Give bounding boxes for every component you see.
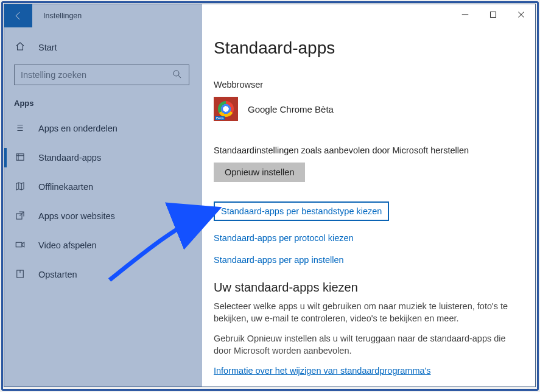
startup-icon — [14, 268, 26, 281]
link-choose-by-filetype[interactable]: Standaard-apps per bestandstype kiezen — [221, 206, 382, 216]
minimize-icon — [460, 9, 471, 20]
search-container — [4, 60, 199, 95]
link-choose-by-protocol[interactable]: Standaard-apps per protocol kiezen — [214, 233, 521, 243]
help-more-link[interactable]: Informatie over het wijzigen van standaa… — [214, 366, 431, 376]
minimize-button[interactable] — [451, 4, 479, 25]
sidebar-home-label: Start — [38, 43, 57, 52]
search-icon — [172, 69, 183, 82]
arrow-left-icon — [13, 10, 24, 21]
sidebar-item-label: Video afspelen — [38, 240, 97, 250]
help-paragraph-1: Selecteer welke apps u wilt gebruiken om… — [214, 301, 521, 324]
sidebar-item-apps-features[interactable]: Apps en onderdelen — [4, 114, 199, 143]
webbrowser-label: Webbrowser — [214, 80, 521, 89]
list-icon — [14, 122, 26, 135]
maximize-button[interactable] — [479, 4, 507, 25]
default-browser-button[interactable]: Beta Google Chrome Bèta — [214, 97, 521, 121]
chrome-beta-icon: Beta — [214, 97, 238, 121]
sidebar-home[interactable]: Start — [4, 35, 199, 60]
help-paragraph-2: Gebruik Opnieuw instellen als u wilt ter… — [214, 333, 521, 357]
reset-description: Standaardinstellingen zoals aanbevolen d… — [214, 145, 521, 155]
back-button[interactable] — [4, 4, 32, 27]
window-controls — [451, 4, 535, 25]
titlebar: Instellingen — [4, 4, 535, 27]
sidebar-item-startup[interactable]: Opstarten — [4, 260, 199, 289]
sidebar: Start Apps Apps en onderdelen — [4, 27, 199, 387]
svg-rect-4 — [16, 242, 22, 247]
sidebar-item-video-playback[interactable]: Video afspelen — [4, 231, 199, 260]
link-set-by-app[interactable]: Standaard-apps per app instellen — [214, 255, 521, 265]
svg-rect-0 — [491, 12, 496, 18]
sidebar-item-offline-maps[interactable]: Offlinekaarten — [4, 172, 199, 201]
sidebar-item-apps-websites[interactable]: Apps voor websites — [4, 201, 199, 231]
video-icon — [14, 239, 26, 252]
reset-button[interactable]: Opnieuw instellen — [214, 163, 305, 182]
sidebar-item-label: Opstarten — [38, 270, 77, 279]
window-body: Start Apps Apps en onderdelen — [4, 27, 535, 387]
maximize-icon — [488, 9, 499, 20]
search-input-wrap[interactable] — [14, 65, 189, 85]
defaults-icon — [14, 152, 26, 164]
sidebar-item-label: Offlinekaarten — [38, 182, 93, 192]
svg-rect-2 — [16, 153, 24, 160]
sidebar-item-label: Standaard-apps — [38, 153, 101, 163]
close-button[interactable] — [507, 4, 535, 25]
help-title: Uw standaard-apps kiezen — [214, 281, 521, 295]
sidebar-item-label: Apps voor websites — [38, 211, 115, 221]
svg-point-1 — [174, 71, 179, 76]
sidebar-section-header: Apps — [4, 95, 199, 114]
settings-window: Instellingen Start — [4, 4, 536, 387]
close-icon — [516, 9, 527, 20]
sidebar-item-default-apps[interactable]: Standaard-apps — [4, 143, 199, 172]
search-input[interactable] — [21, 70, 172, 80]
share-icon — [14, 210, 26, 223]
page-title: Standaard-apps — [214, 38, 521, 58]
content-pane: Standaard-apps Webbrowser Beta Google Ch… — [199, 27, 535, 387]
app-title: Instellingen — [43, 12, 82, 20]
browser-name: Google Chrome Bèta — [248, 104, 334, 114]
link-choose-by-filetype-highlight: Standaard-apps per bestandstype kiezen — [214, 201, 389, 221]
sidebar-item-label: Apps en onderdelen — [38, 124, 117, 133]
home-icon — [14, 41, 26, 54]
map-icon — [14, 181, 26, 194]
